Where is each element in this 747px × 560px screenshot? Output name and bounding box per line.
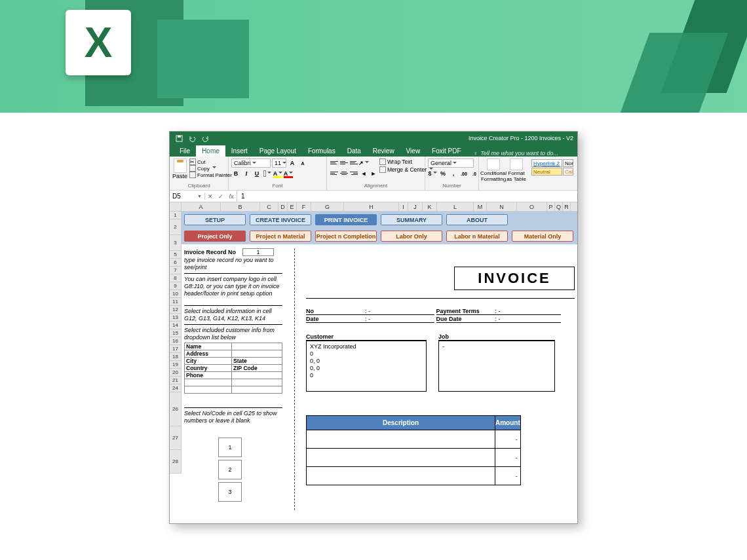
style-neutral[interactable]: Neutral — [531, 168, 562, 176]
conditional-formatting-button[interactable]: Conditional Formatting — [482, 159, 505, 182]
align-center-button[interactable] — [339, 169, 349, 177]
column-header[interactable]: P — [547, 202, 555, 211]
font-color-button[interactable]: A — [284, 169, 293, 178]
tab-data[interactable]: Data — [341, 145, 367, 157]
row-header[interactable]: 17 — [170, 345, 181, 353]
row-header[interactable]: 11 — [170, 298, 181, 306]
row-header[interactable]: 1 — [170, 212, 181, 219]
column-header[interactable]: N — [487, 202, 517, 211]
table-row[interactable]: - — [307, 449, 521, 467]
tell-me-search[interactable]: ♀ Tell me what you want to do... — [474, 150, 558, 157]
row-header[interactable]: 28 — [170, 450, 181, 474]
macro-button-create-invoice[interactable]: CREATE INVOICE — [250, 214, 311, 225]
customer-field-table[interactable]: Name Address CityState CountryZIP Code P… — [184, 343, 282, 394]
row-header[interactable]: 15 — [170, 329, 181, 337]
tab-page-layout[interactable]: Page Layout — [254, 145, 302, 157]
copy-button[interactable]: Copy — [189, 165, 233, 172]
select-all-corner[interactable] — [170, 202, 182, 211]
tab-insert[interactable]: Insert — [225, 145, 254, 157]
format-painter-button[interactable]: Format Painter — [189, 172, 233, 178]
style-calculation[interactable]: Cal — [563, 168, 573, 176]
fx-icon[interactable]: fx — [226, 191, 237, 202]
column-header[interactable]: G — [311, 202, 344, 211]
align-middle-button[interactable] — [339, 159, 349, 166]
cancel-icon[interactable]: ✕ — [205, 191, 216, 202]
increase-font-button[interactable]: A — [288, 159, 297, 168]
font-size-dropdown[interactable]: 11 — [272, 159, 286, 168]
column-header[interactable]: F — [297, 202, 311, 211]
italic-button[interactable]: I — [242, 169, 251, 178]
column-header[interactable]: H — [344, 202, 399, 211]
row-header[interactable]: 9 — [170, 282, 181, 290]
row-header[interactable]: 21 — [170, 377, 181, 384]
undo-icon[interactable] — [187, 134, 197, 143]
row-header[interactable]: 5 — [170, 251, 181, 259]
underline-button[interactable]: U — [252, 169, 261, 178]
save-icon[interactable] — [174, 134, 183, 143]
paste-button[interactable]: Paste — [172, 159, 187, 179]
fill-color-button[interactable]: A — [273, 169, 282, 178]
increase-decimal-button[interactable]: .00 — [459, 169, 469, 178]
cut-button[interactable]: ✂Cut — [189, 159, 233, 165]
row-header[interactable]: 3 — [170, 235, 181, 251]
row-header[interactable]: 18 — [170, 353, 181, 361]
table-row[interactable]: - — [307, 467, 521, 485]
field-state[interactable]: State — [232, 358, 282, 365]
formula-input[interactable]: 1 — [237, 193, 577, 200]
orientation-button[interactable]: ↗ — [359, 159, 368, 168]
column-header[interactable]: D — [278, 202, 288, 211]
number-format-dropdown[interactable]: General — [428, 159, 474, 168]
column-header[interactable]: Q — [555, 202, 563, 211]
accounting-format-button[interactable]: $ — [428, 169, 437, 178]
field-zip[interactable]: ZIP Code — [232, 365, 282, 372]
row-header[interactable]: 20 — [170, 369, 181, 377]
macro-button-project-n-completion[interactable]: Project n Completion — [315, 231, 377, 242]
tab-home[interactable]: Home — [196, 145, 225, 157]
macro-button-material-only[interactable]: Material Only — [512, 231, 573, 242]
format-as-table-button[interactable]: Format as Table — [507, 159, 526, 182]
macro-button-labor-n-material[interactable]: Labor n Material — [446, 231, 508, 242]
macro-button-project-only[interactable]: Project Only — [184, 231, 246, 242]
border-button[interactable] — [263, 169, 272, 178]
row-header[interactable]: 8 — [170, 274, 181, 282]
row-header[interactable]: 10 — [170, 290, 181, 298]
increase-indent-button[interactable]: ► — [369, 169, 378, 178]
column-header[interactable]: O — [517, 202, 547, 211]
column-header[interactable]: B — [221, 202, 260, 211]
tab-foxit-pdf[interactable]: Foxit PDF — [426, 145, 467, 157]
tab-review[interactable]: Review — [367, 145, 400, 157]
column-header[interactable]: J — [408, 202, 423, 211]
comma-button[interactable]: , — [449, 169, 458, 178]
style-hyperlink2[interactable]: Hyperlink 2 — [531, 159, 562, 167]
sheet-grid[interactable]: ABCDEFGHIJKLMNOPQR 123567891011121314151… — [170, 202, 577, 523]
qat-customize-icon[interactable] — [214, 134, 218, 143]
macro-button-setup[interactable]: SETUP — [184, 214, 246, 225]
field-phone[interactable]: Phone — [185, 372, 232, 379]
row-header[interactable]: 14 — [170, 322, 181, 329]
column-header[interactable]: A — [182, 202, 221, 211]
decrease-font-button[interactable]: A — [298, 159, 307, 168]
align-right-button[interactable] — [349, 169, 358, 177]
row-header[interactable]: 26 — [170, 392, 181, 426]
field-country[interactable]: Country — [185, 365, 232, 372]
percent-button[interactable]: % — [438, 169, 448, 178]
field-address[interactable]: Address — [185, 350, 232, 358]
column-header[interactable]: L — [437, 202, 474, 211]
column-header[interactable]: I — [399, 202, 408, 211]
macro-button-summary[interactable]: SUMMARY — [381, 214, 442, 225]
table-row[interactable]: - — [307, 430, 521, 449]
font-name-dropdown[interactable]: Calibri — [231, 159, 271, 168]
tab-file[interactable]: File — [174, 145, 196, 157]
macro-button-print-invoice[interactable]: PRINT INVOICE — [315, 214, 377, 225]
align-bottom-button[interactable] — [349, 159, 358, 166]
row-header[interactable]: 16 — [170, 337, 181, 345]
row-header[interactable]: 2 — [170, 219, 181, 235]
tab-formulas[interactable]: Formulas — [302, 145, 341, 157]
row-header[interactable]: 12 — [170, 306, 181, 314]
field-name[interactable]: Name — [185, 343, 232, 350]
decrease-decimal-button[interactable]: .0 — [470, 169, 479, 178]
align-left-button[interactable] — [330, 169, 339, 177]
field-city[interactable]: City — [185, 358, 232, 365]
row-header[interactable]: 24 — [170, 384, 181, 392]
macro-button-labor-only[interactable]: Labor Only — [381, 231, 442, 242]
